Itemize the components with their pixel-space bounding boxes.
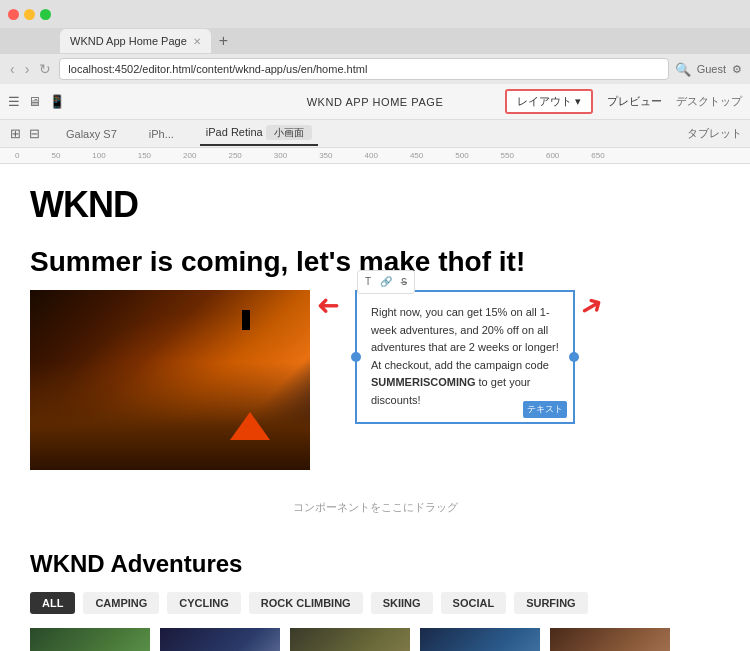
filter-social-button[interactable]: SOCIAL [441,592,507,614]
layout-dropdown-icon: ▾ [575,95,581,108]
arrow-left: ➜ [325,290,340,323]
forward-button[interactable]: › [23,61,32,77]
ruler-marks: 0 50 100 150 200 250 300 350 400 450 500… [0,151,605,160]
ruler-mark: 150 [138,151,151,160]
page-content: WKND Summer is coming, let's make thof i… [0,164,750,651]
browser-chrome: WKND App Home Page ✕ + ‹ › ↻ 🔍 Guest ⚙ [0,0,750,84]
adventure-card-1[interactable] [30,628,150,651]
device-tabs: Galaxy S7 iPh... iPad Retina 小画面 [50,122,328,146]
filter-skiing-button[interactable]: SKIING [371,592,433,614]
browser-tab[interactable]: WKND App Home Page ✕ [60,29,211,53]
filter-all-button[interactable]: ALL [30,592,75,614]
back-button[interactable]: ‹ [8,61,17,77]
popup-text-before-bold: Right now, you can get 15% on all 1-week… [371,306,559,371]
link-icon[interactable]: 🔗 [377,273,395,291]
filter-tags: ALL CAMPING CYCLING ROCK CLIMBING SKIING… [30,592,720,614]
minimize-window-button[interactable] [24,9,35,20]
popup-type-label: テキスト [523,401,567,417]
ruler-mark: 500 [455,151,468,160]
device-toolbar: ⊞ ⊟ Galaxy S7 iPh... iPad Retina 小画面 タブレ… [0,120,750,148]
adventure-cards [30,628,720,651]
guest-label: Guest [697,63,726,75]
ruler-mark: 200 [183,151,196,160]
search-icon[interactable]: 🔍 [675,62,691,77]
close-window-button[interactable] [8,9,19,20]
device-icons: ⊞ ⊟ [0,126,50,141]
ruler-mark: 400 [365,151,378,160]
adventures-section: WKND Adventures ALL CAMPING CYCLING ROCK… [0,550,750,651]
settings-icon[interactable]: ⚙ [732,63,742,76]
preview-button[interactable]: プレビュー [599,91,670,112]
adventure-card-2[interactable] [160,628,280,651]
drop-hint-text: コンポーネントをここにドラッグ [293,501,458,513]
ruler: 0 50 100 150 200 250 300 350 400 450 500… [0,148,750,164]
addr-right: 🔍 Guest ⚙ [675,62,742,77]
arrow-left-icon: ➜ [317,290,340,323]
hero-section: Summer is coming, let's make thof it! ➜ [30,246,720,470]
resize-handle-right[interactable] [569,352,579,362]
ruler-mark: 450 [410,151,423,160]
tab-close-button[interactable]: ✕ [193,36,201,47]
refresh-button[interactable]: ↻ [37,61,53,77]
tab-bar: WKND App Home Page ✕ + [0,28,750,54]
ruler-mark: 350 [319,151,332,160]
app-header: ☰ 🖥 📱 WKND APP HOME PAGE レイアウト ▾ プレビュー デ… [0,84,750,120]
grid-icon[interactable]: ⊟ [29,126,40,141]
screen-icon[interactable]: 🖥 [28,94,41,109]
maximize-window-button[interactable] [40,9,51,20]
device-right: タブレット [687,126,742,141]
popup-toolbar: T 🔗 S̶ [357,270,415,294]
layout-button-label: レイアウト [517,94,572,109]
layout-button[interactable]: レイアウト ▾ [505,89,593,114]
page-inner: WKND Summer is coming, let's make thof i… [0,164,750,550]
text-popup[interactable]: T 🔗 S̶ Right now, you can get 15% on all… [355,290,575,424]
title-bar [0,0,750,28]
iphone-tab[interactable]: iPh... [143,124,180,144]
ruler-mark: 50 [51,151,60,160]
ipad-retina-tab[interactable]: iPad Retina 小画面 [200,122,318,146]
strikethrough-icon[interactable]: S̶ [398,273,410,291]
desktop-view-label[interactable]: タブレット [687,127,742,139]
ruler-mark: 100 [92,151,105,160]
text-format-icon[interactable]: T [362,273,374,291]
header-left: ☰ 🖥 📱 [8,94,65,109]
url-input[interactable] [59,58,668,80]
hamburger-menu-button[interactable]: ☰ [8,94,20,109]
galaxy-s7-tab[interactable]: Galaxy S7 [60,124,123,144]
adventure-card-4[interactable] [420,628,540,651]
tablet-icon[interactable]: 📱 [49,94,65,109]
tab-title: WKND App Home Page [70,35,187,47]
filter-camping-button[interactable]: CAMPING [83,592,159,614]
responsive-view-icon[interactable]: ⊞ [10,126,21,141]
image-rocks [30,362,310,470]
address-bar: ‹ › ↻ 🔍 Guest ⚙ [0,54,750,84]
filter-surfing-button[interactable]: SURFING [514,592,588,614]
arrow-right: ➜ [580,290,603,323]
ruler-mark: 250 [228,151,241,160]
desktop-button[interactable]: デスクトップ [676,94,742,109]
app-header-title: WKND APP HOME PAGE [307,96,444,108]
ruler-mark: 600 [546,151,559,160]
drop-zone[interactable]: コンポーネントをここにドラッグ [30,490,720,525]
traffic-lights [8,9,51,20]
adventure-card-5[interactable] [550,628,670,651]
image-figure [242,310,250,330]
arrow-right-icon: ➜ [573,286,609,326]
ruler-mark: 550 [501,151,514,160]
hero-image [30,290,310,470]
adventures-title: WKND Adventures [30,550,720,578]
ruler-mark: 650 [591,151,604,160]
ruler-mark: 300 [274,151,287,160]
new-tab-button[interactable]: + [211,32,236,50]
ruler-mark: 0 [15,151,19,160]
hero-body: ➜ T 🔗 S̶ Right now, you can get 15% on a… [30,290,720,470]
adventure-card-3[interactable] [290,628,410,651]
wknd-logo: WKND [30,184,720,226]
popup-bold-text: SUMMERISCOMING [371,376,476,388]
filter-cycling-button[interactable]: CYCLING [167,592,241,614]
resize-handle-left[interactable] [351,352,361,362]
header-right: レイアウト ▾ プレビュー デスクトップ [505,89,742,114]
filter-rock-climbing-button[interactable]: ROCK CLIMBING [249,592,363,614]
